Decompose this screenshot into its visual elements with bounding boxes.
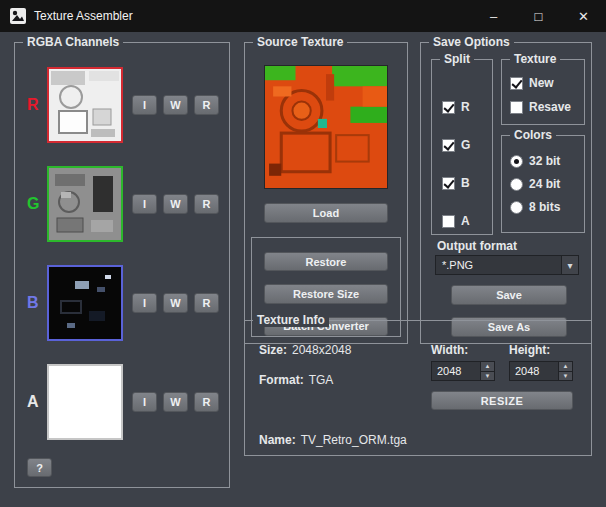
channel-label-g: G [27,195,47,213]
checkbox-icon[interactable] [510,77,523,90]
channel-r-buttons: I W R [132,95,219,115]
name-value: TV_Retro_ORM.tga [301,433,407,447]
rgba-channels-panel: RGBA Channels R I W R G I [14,42,230,488]
source-texture-preview[interactable] [264,65,388,189]
texture-checkboxes: New Resave [502,60,584,124]
checkbox-icon[interactable] [442,215,455,228]
channel-b-i-button[interactable]: I [132,293,157,313]
size-info: Size:2048x2048 [259,343,351,357]
channel-thumbnail-a[interactable] [47,364,123,440]
channel-thumbnail-b[interactable] [47,265,123,341]
name-label: Name: [259,433,296,447]
split-checkbox-r[interactable]: R [442,100,470,114]
channel-row-g: G I W R [15,166,229,242]
texture-info-title: Texture Info [253,313,329,327]
checkbox-icon[interactable] [510,101,523,114]
radio-icon[interactable] [510,201,523,214]
width-stepper: ▲ ▼ [431,361,495,381]
app-icon [10,8,26,24]
width-label: Width: [431,343,468,357]
resize-button[interactable]: RESIZE [431,391,573,410]
height-stepper: ▲ ▼ [509,361,573,381]
restore-button[interactable]: Restore [264,252,388,271]
chevron-down-icon[interactable]: ▾ [561,256,578,274]
height-stepper-arrows: ▲ ▼ [558,362,572,380]
output-format-value: *.PNG [436,259,561,271]
name-info: Name:TV_Retro_ORM.tga [259,433,407,447]
height-label: Height: [509,343,550,357]
channel-b-r-button[interactable]: R [194,293,219,313]
channels-list: R I W R G I W R [15,43,229,487]
size-label: Size: [259,343,287,357]
format-value: TGA [309,373,334,387]
split-checkbox-b[interactable]: B [442,176,470,190]
width-stepper-arrows: ▲ ▼ [480,362,494,380]
window-title: Texture Assembler [34,9,133,23]
channel-g-i-button[interactable]: I [132,194,157,214]
radio-8bits[interactable]: 8 bits [510,200,560,214]
channel-a-r-button[interactable]: R [194,392,219,412]
arrow-up-icon[interactable]: ▲ [481,362,494,371]
radio-icon[interactable] [510,178,523,191]
minimize-button[interactable]: – [471,0,516,32]
texture-checkbox-resave[interactable]: Resave [510,100,571,114]
channel-row-a: A I W R [15,364,229,440]
split-checkbox-g[interactable]: G [442,138,470,152]
texture-checkbox-new[interactable]: New [510,76,554,90]
help-button[interactable]: ? [27,458,52,477]
channel-b-buttons: I W R [132,293,219,313]
close-button[interactable]: ✕ [561,0,606,32]
channel-thumbnail-g[interactable] [47,166,123,242]
checkbox-icon[interactable] [442,177,455,190]
app-window: Texture Assembler – □ ✕ RGBA Channels R … [0,0,606,507]
save-options-panel: Save Options Split R G B A [420,42,592,344]
channel-b-w-button[interactable]: W [163,293,188,313]
channel-g-w-button[interactable]: W [163,194,188,214]
split-group: Split R G B A [431,59,493,235]
channel-label-b: B [27,294,47,312]
arrow-down-icon[interactable]: ▼ [559,371,572,381]
channel-a-w-button[interactable]: W [163,392,188,412]
colors-group: Colors 32 bit 24 bit 8 bits [501,135,585,233]
format-label: Format: [259,373,304,387]
radio-32bit[interactable]: 32 bit [510,154,560,168]
channel-thumbnail-r[interactable] [47,67,123,143]
arrow-up-icon[interactable]: ▲ [559,362,572,371]
channel-a-buttons: I W R [132,392,219,412]
split-checkboxes: R G B A [432,60,492,234]
window-controls: – □ ✕ [471,0,606,32]
channel-label-a: A [27,393,47,411]
checkbox-icon[interactable] [442,101,455,114]
channel-r-r-button[interactable]: R [194,95,219,115]
maximize-button[interactable]: □ [516,0,561,32]
channel-g-r-button[interactable]: R [194,194,219,214]
source-texture-title: Source Texture [253,35,347,49]
channel-g-buttons: I W R [132,194,219,214]
output-format-select[interactable]: *.PNG ▾ [435,255,579,275]
restore-size-button[interactable]: Restore Size [264,284,388,303]
colors-radios: 32 bit 24 bit 8 bits [502,136,584,232]
format-info: Format:TGA [259,373,333,387]
save-button[interactable]: Save [451,285,567,305]
source-texture-panel: Source Texture Load Restore Restore Size… [244,42,408,344]
radio-24bit[interactable]: 24 bit [510,177,560,191]
title-bar: Texture Assembler – □ ✕ [0,0,606,32]
size-value: 2048x2048 [292,343,351,357]
channel-row-r: R I W R [15,67,229,143]
split-checkbox-a[interactable]: A [442,214,470,228]
radio-icon[interactable] [510,155,523,168]
texture-group: Texture New Resave [501,59,585,125]
channel-row-b: B I W R [15,265,229,341]
channel-r-w-button[interactable]: W [163,95,188,115]
texture-info-panel: Texture Info Size:2048x2048 Format:TGA W… [244,320,592,456]
channel-label-r: R [27,96,47,114]
save-options-title: Save Options [429,35,514,49]
checkbox-icon[interactable] [442,139,455,152]
output-format-label: Output format [437,239,517,253]
channel-a-i-button[interactable]: I [132,392,157,412]
channel-r-i-button[interactable]: I [132,95,157,115]
load-button[interactable]: Load [264,203,388,223]
arrow-down-icon[interactable]: ▼ [481,371,494,381]
width-input[interactable] [432,362,480,380]
height-input[interactable] [510,362,558,380]
